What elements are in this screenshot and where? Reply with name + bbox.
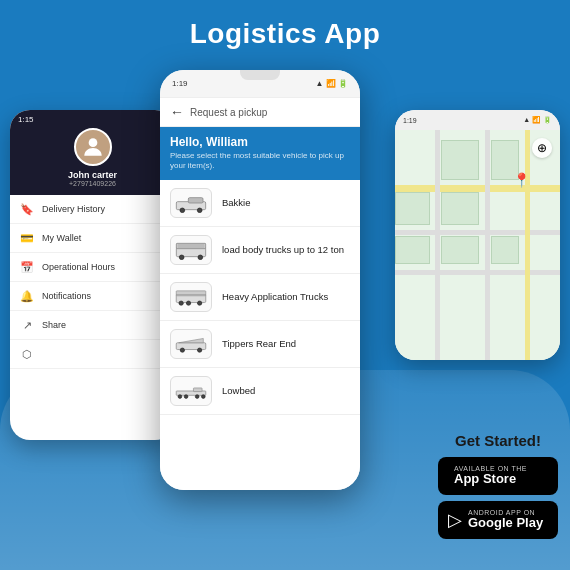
vehicle-item-heavy[interactable]: Heavy Application Trucks xyxy=(160,274,360,321)
vehicle-icon-lowbed xyxy=(170,376,212,406)
svg-point-25 xyxy=(201,394,205,398)
menu-item-share[interactable]: ↗ Share xyxy=(10,311,175,340)
vehicle-icon-bakkie xyxy=(170,188,212,218)
pickup-title: Request a pickup xyxy=(190,107,267,118)
svg-point-4 xyxy=(197,208,202,213)
vehicle-name-tippers: Tippers Rear End xyxy=(222,338,296,350)
menu-label: Share xyxy=(42,320,66,330)
menu-label: Notifications xyxy=(42,291,91,301)
svg-point-15 xyxy=(197,301,201,305)
bookmark-icon: 🔖 xyxy=(20,202,34,216)
greeting-text: Hello, William xyxy=(170,135,350,149)
google-play-text: Android App On Google Play xyxy=(468,509,543,530)
svg-point-18 xyxy=(180,348,184,352)
get-started-section: Get Started! Available on the App Store … xyxy=(438,432,558,545)
svg-point-23 xyxy=(184,394,188,398)
compass-icon: ⊕ xyxy=(532,138,552,158)
center-status-time: 1:19 xyxy=(172,79,188,88)
svg-point-24 xyxy=(195,394,199,398)
app-store-name: App Store xyxy=(454,472,516,486)
left-phone-header: 1:15 John carter +27971409226 xyxy=(10,110,175,195)
bell-icon: 🔔 xyxy=(20,289,34,303)
phone-left: 1:15 John carter +27971409226 🔖 Delivery… xyxy=(10,110,175,440)
vehicle-item-loadbody[interactable]: load body trucks up to 12 ton xyxy=(160,227,360,274)
left-status-time: 1:15 xyxy=(18,115,34,124)
svg-point-3 xyxy=(180,208,185,213)
greeting-subtitle: Please select the most suitable vehicle … xyxy=(170,151,350,172)
status-icons: ▲ 📶 🔋 xyxy=(316,79,348,88)
avatar xyxy=(74,128,112,166)
logout-icon: ⬡ xyxy=(20,347,34,361)
page-title: Logistics App xyxy=(0,0,570,50)
vehicle-icon-heavy xyxy=(170,282,212,312)
google-play-badge[interactable]: ▷ Android App On Google Play xyxy=(438,501,558,539)
menu-item-notifications[interactable]: 🔔 Notifications xyxy=(10,282,175,311)
menu-item-logout[interactable]: ⬡ xyxy=(10,340,175,369)
vehicle-item-tippers[interactable]: Tippers Rear End xyxy=(160,321,360,368)
vehicle-list: Bakkie load body trucks up to 12 ton xyxy=(160,180,360,415)
phone-content: ← Request a pickup Hello, William Please… xyxy=(160,98,360,490)
share-icon: ↗ xyxy=(20,318,34,332)
menu-label: Operational Hours xyxy=(42,262,115,272)
svg-point-14 xyxy=(186,301,190,305)
svg-point-8 xyxy=(179,255,184,260)
vehicle-name-heavy: Heavy Application Trucks xyxy=(222,291,328,303)
menu-item-operational-hours[interactable]: 📅 Operational Hours xyxy=(10,253,175,282)
google-play-icon: ▷ xyxy=(448,509,462,531)
map-area: 📍 ⊕ xyxy=(395,130,560,360)
right-status-time: 1:19 xyxy=(403,117,417,124)
right-status-bar: 1:19 ▲ 📶 🔋 xyxy=(395,110,560,130)
vehicle-item-bakkie[interactable]: Bakkie xyxy=(160,180,360,227)
phone-center: 1:19 ▲ 📶 🔋 ← Request a pickup Hello, Wil… xyxy=(160,70,360,490)
menu-item-delivery-history[interactable]: 🔖 Delivery History xyxy=(10,195,175,224)
svg-point-22 xyxy=(178,394,182,398)
svg-rect-2 xyxy=(188,197,203,202)
vehicle-name-loadbody: load body trucks up to 12 ton xyxy=(222,244,344,256)
vehicle-icon-tippers xyxy=(170,329,212,359)
vehicle-item-lowbed[interactable]: Lowbed xyxy=(160,368,360,415)
svg-marker-17 xyxy=(179,338,204,342)
menu-label: My Wallet xyxy=(42,233,81,243)
menu-label: Delivery History xyxy=(42,204,105,214)
calendar-icon: 📅 xyxy=(20,260,34,274)
user-name: John carter xyxy=(68,170,117,180)
app-store-text: Available on the App Store xyxy=(454,465,527,486)
back-arrow-icon[interactable]: ← xyxy=(170,104,184,120)
right-status-icons: ▲ 📶 🔋 xyxy=(523,116,552,124)
svg-rect-7 xyxy=(178,244,205,248)
vehicle-name-lowbed: Lowbed xyxy=(222,385,255,397)
svg-rect-11 xyxy=(176,291,206,296)
pickup-header: ← Request a pickup xyxy=(160,98,360,127)
get-started-title: Get Started! xyxy=(438,432,558,449)
svg-point-13 xyxy=(179,301,183,305)
phone-right: 1:19 ▲ 📶 🔋 📍 ⊕ xyxy=(395,110,560,360)
svg-rect-21 xyxy=(193,388,202,392)
phones-container: 1:15 John carter +27971409226 🔖 Delivery… xyxy=(0,70,570,570)
wallet-icon: 💳 xyxy=(20,231,34,245)
svg-point-19 xyxy=(197,348,201,352)
app-store-badge[interactable]: Available on the App Store xyxy=(438,457,558,495)
user-phone: +27971409226 xyxy=(69,180,116,187)
google-play-name: Google Play xyxy=(468,516,543,530)
svg-point-0 xyxy=(88,138,97,147)
svg-point-9 xyxy=(198,255,203,260)
phone-notch xyxy=(240,70,280,80)
map-pin: 📍 xyxy=(513,172,530,188)
vehicle-name-bakkie: Bakkie xyxy=(222,197,251,209)
hello-section: Hello, William Please select the most su… xyxy=(160,127,360,180)
vehicle-icon-loadbody xyxy=(170,235,212,265)
menu-item-wallet[interactable]: 💳 My Wallet xyxy=(10,224,175,253)
